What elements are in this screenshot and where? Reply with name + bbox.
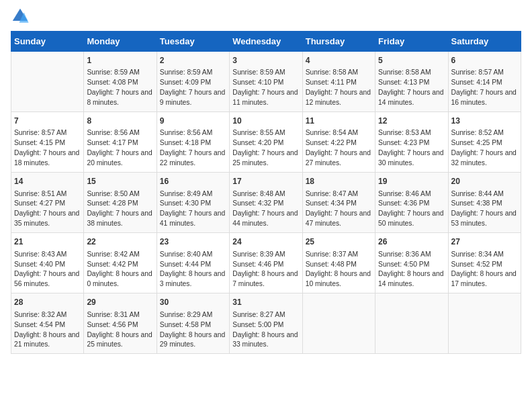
day-cell: 14Sunrise: 8:51 AMSunset: 4:27 PMDayligh… <box>11 173 84 233</box>
day-info: Sunrise: 8:47 AMSunset: 4:34 PMDaylight:… <box>306 189 372 230</box>
week-row-3: 14Sunrise: 8:51 AMSunset: 4:27 PMDayligh… <box>11 173 521 233</box>
day-number: 8 <box>87 116 153 127</box>
day-number: 20 <box>451 176 518 187</box>
day-number: 7 <box>14 116 81 127</box>
day-cell: 9Sunrise: 8:56 AMSunset: 4:18 PMDaylight… <box>157 112 229 173</box>
day-cell: 26Sunrise: 8:36 AMSunset: 4:50 PMDayligh… <box>375 233 448 293</box>
day-cell: 3Sunrise: 8:59 AMSunset: 4:10 PMDaylight… <box>230 52 302 112</box>
col-header-sunday: Sunday <box>11 32 84 52</box>
calendar-table: SundayMondayTuesdayWednesdayThursdayFrid… <box>11 31 521 354</box>
col-header-tuesday: Tuesday <box>157 32 229 52</box>
col-header-thursday: Thursday <box>302 32 375 52</box>
day-number: 31 <box>232 297 299 308</box>
day-cell: 13Sunrise: 8:52 AMSunset: 4:25 PMDayligh… <box>448 112 521 173</box>
day-number: 28 <box>14 297 81 308</box>
day-info: Sunrise: 8:59 AMSunset: 4:09 PMDaylight:… <box>160 68 226 108</box>
day-number: 27 <box>451 236 518 248</box>
logo-icon <box>11 7 30 26</box>
page: SundayMondayTuesdayWednesdayThursdayFrid… <box>0 0 532 411</box>
day-number: 4 <box>306 55 372 66</box>
week-row-4: 21Sunrise: 8:43 AMSunset: 4:40 PMDayligh… <box>11 233 521 293</box>
day-info: Sunrise: 8:58 AMSunset: 4:13 PMDaylight:… <box>378 68 445 108</box>
day-cell: 15Sunrise: 8:50 AMSunset: 4:28 PMDayligh… <box>84 173 157 233</box>
day-info: Sunrise: 8:43 AMSunset: 4:40 PMDaylight:… <box>14 250 81 290</box>
day-number: 1 <box>87 55 153 66</box>
day-number: 21 <box>14 236 81 248</box>
day-info: Sunrise: 8:34 AMSunset: 4:52 PMDaylight:… <box>451 250 518 290</box>
day-info: Sunrise: 8:49 AMSunset: 4:30 PMDaylight:… <box>160 189 226 230</box>
day-number: 16 <box>160 176 226 187</box>
day-cell: 4Sunrise: 8:58 AMSunset: 4:11 PMDaylight… <box>302 52 375 112</box>
day-cell: 31Sunrise: 8:27 AMSunset: 5:00 PMDayligh… <box>230 293 302 354</box>
day-info: Sunrise: 8:44 AMSunset: 4:38 PMDaylight:… <box>451 189 518 230</box>
week-row-2: 7Sunrise: 8:57 AMSunset: 4:15 PMDaylight… <box>11 112 521 173</box>
day-cell <box>302 293 375 354</box>
day-number: 13 <box>451 116 518 127</box>
day-cell: 5Sunrise: 8:58 AMSunset: 4:13 PMDaylight… <box>375 52 448 112</box>
day-number: 5 <box>378 55 445 66</box>
header-row: SundayMondayTuesdayWednesdayThursdayFrid… <box>11 32 521 52</box>
day-cell: 2Sunrise: 8:59 AMSunset: 4:09 PMDaylight… <box>157 52 229 112</box>
day-info: Sunrise: 8:57 AMSunset: 4:14 PMDaylight:… <box>451 68 518 108</box>
day-cell: 19Sunrise: 8:46 AMSunset: 4:36 PMDayligh… <box>375 173 448 233</box>
day-cell: 24Sunrise: 8:39 AMSunset: 4:46 PMDayligh… <box>230 233 302 293</box>
day-info: Sunrise: 8:37 AMSunset: 4:48 PMDaylight:… <box>306 250 372 290</box>
col-header-wednesday: Wednesday <box>230 32 302 52</box>
day-cell <box>448 293 521 354</box>
day-info: Sunrise: 8:59 AMSunset: 4:10 PMDaylight:… <box>232 68 299 108</box>
day-info: Sunrise: 8:56 AMSunset: 4:18 PMDaylight:… <box>160 128 226 169</box>
day-number: 22 <box>87 236 153 248</box>
day-info: Sunrise: 8:53 AMSunset: 4:23 PMDaylight:… <box>378 128 445 169</box>
day-cell: 28Sunrise: 8:32 AMSunset: 4:54 PMDayligh… <box>11 293 84 354</box>
day-number: 15 <box>87 176 153 187</box>
day-number: 17 <box>232 176 299 187</box>
day-info: Sunrise: 8:51 AMSunset: 4:27 PMDaylight:… <box>14 189 81 230</box>
day-info: Sunrise: 8:54 AMSunset: 4:22 PMDaylight:… <box>306 128 372 169</box>
day-info: Sunrise: 8:32 AMSunset: 4:54 PMDaylight:… <box>14 310 81 351</box>
day-info: Sunrise: 8:52 AMSunset: 4:25 PMDaylight:… <box>451 128 518 169</box>
logo <box>11 7 32 26</box>
day-cell: 6Sunrise: 8:57 AMSunset: 4:14 PMDaylight… <box>448 52 521 112</box>
day-number: 6 <box>451 55 518 66</box>
day-number: 9 <box>160 116 226 127</box>
day-info: Sunrise: 8:46 AMSunset: 4:36 PMDaylight:… <box>378 189 445 230</box>
day-info: Sunrise: 8:59 AMSunset: 4:08 PMDaylight:… <box>87 68 153 108</box>
day-info: Sunrise: 8:56 AMSunset: 4:17 PMDaylight:… <box>87 128 153 169</box>
day-cell: 25Sunrise: 8:37 AMSunset: 4:48 PMDayligh… <box>302 233 375 293</box>
col-header-friday: Friday <box>375 32 448 52</box>
day-cell: 27Sunrise: 8:34 AMSunset: 4:52 PMDayligh… <box>448 233 521 293</box>
day-cell: 17Sunrise: 8:48 AMSunset: 4:32 PMDayligh… <box>230 173 302 233</box>
day-info: Sunrise: 8:58 AMSunset: 4:11 PMDaylight:… <box>306 68 372 108</box>
day-info: Sunrise: 8:42 AMSunset: 4:42 PMDaylight:… <box>87 250 153 290</box>
day-info: Sunrise: 8:27 AMSunset: 5:00 PMDaylight:… <box>232 310 299 351</box>
day-cell: 16Sunrise: 8:49 AMSunset: 4:30 PMDayligh… <box>157 173 229 233</box>
day-cell: 10Sunrise: 8:55 AMSunset: 4:20 PMDayligh… <box>230 112 302 173</box>
day-cell: 20Sunrise: 8:44 AMSunset: 4:38 PMDayligh… <box>448 173 521 233</box>
day-number: 29 <box>87 297 153 308</box>
day-cell: 1Sunrise: 8:59 AMSunset: 4:08 PMDaylight… <box>84 52 157 112</box>
col-header-monday: Monday <box>84 32 157 52</box>
day-number: 19 <box>378 176 445 187</box>
day-info: Sunrise: 8:50 AMSunset: 4:28 PMDaylight:… <box>87 189 153 230</box>
week-row-1: 1Sunrise: 8:59 AMSunset: 4:08 PMDaylight… <box>11 52 521 112</box>
day-info: Sunrise: 8:29 AMSunset: 4:58 PMDaylight:… <box>160 310 226 351</box>
day-cell: 18Sunrise: 8:47 AMSunset: 4:34 PMDayligh… <box>302 173 375 233</box>
day-cell: 21Sunrise: 8:43 AMSunset: 4:40 PMDayligh… <box>11 233 84 293</box>
col-header-saturday: Saturday <box>448 32 521 52</box>
day-number: 18 <box>306 176 372 187</box>
day-number: 24 <box>232 236 299 248</box>
day-cell: 11Sunrise: 8:54 AMSunset: 4:22 PMDayligh… <box>302 112 375 173</box>
day-info: Sunrise: 8:36 AMSunset: 4:50 PMDaylight:… <box>378 250 445 290</box>
day-number: 11 <box>306 116 372 127</box>
day-cell: 8Sunrise: 8:56 AMSunset: 4:17 PMDaylight… <box>84 112 157 173</box>
day-number: 3 <box>232 55 299 66</box>
day-number: 2 <box>160 55 226 66</box>
day-cell: 30Sunrise: 8:29 AMSunset: 4:58 PMDayligh… <box>157 293 229 354</box>
day-info: Sunrise: 8:55 AMSunset: 4:20 PMDaylight:… <box>232 128 299 169</box>
day-number: 30 <box>160 297 226 308</box>
day-number: 26 <box>378 236 445 248</box>
day-cell: 22Sunrise: 8:42 AMSunset: 4:42 PMDayligh… <box>84 233 157 293</box>
header <box>11 7 521 26</box>
day-cell: 12Sunrise: 8:53 AMSunset: 4:23 PMDayligh… <box>375 112 448 173</box>
day-info: Sunrise: 8:39 AMSunset: 4:46 PMDaylight:… <box>232 250 299 290</box>
